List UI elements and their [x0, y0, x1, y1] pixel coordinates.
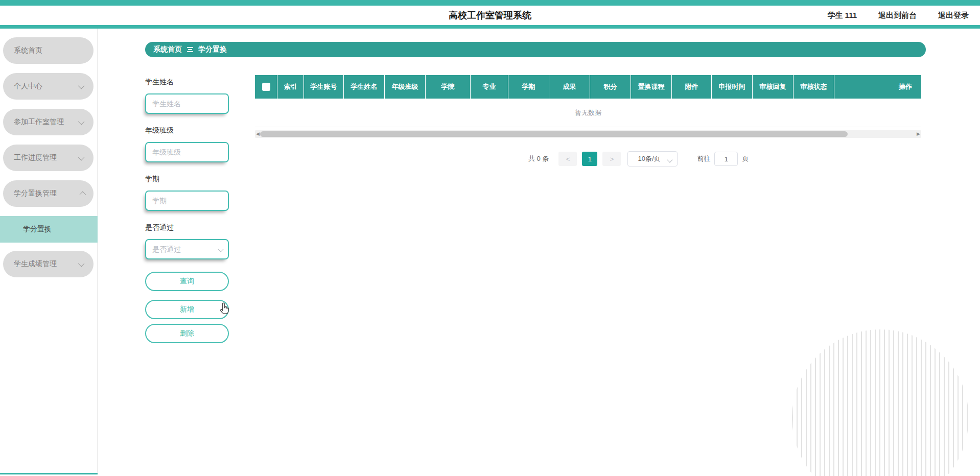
col-grade-class[interactable]: 年级班级	[385, 75, 426, 99]
chevron-down-icon	[667, 157, 673, 162]
sidebar-item-credit-exchange-mgmt[interactable]: 学分置换管理	[3, 180, 94, 207]
goto-page-group: 前往 页	[697, 152, 749, 166]
grade-class-input[interactable]	[145, 142, 229, 162]
filter-label: 是否通过	[145, 223, 229, 232]
sidebar: 系统首页 个人中心 参加工作室管理 工作进度管理 学分置换管理 学分置换 学生成…	[0, 29, 98, 474]
col-review-status[interactable]: 审核状态	[794, 75, 834, 99]
filter-label: 学期	[145, 175, 229, 184]
logout-link[interactable]: 退出登录	[938, 11, 969, 20]
page-1-button[interactable]: 1	[582, 152, 597, 166]
sidebar-item-label: 学分置换管理	[14, 189, 57, 198]
scrollbar-thumb[interactable]	[260, 131, 848, 137]
top-accent-strip	[0, 0, 980, 6]
main-content: 系统首页 学分置换 学生姓名 年级班级 学期 是否通过	[98, 29, 980, 476]
sidebar-subitem-label: 学分置换	[23, 225, 52, 234]
sidebar-subitem-credit-exchange[interactable]: 学分置换	[0, 216, 98, 243]
col-student-name[interactable]: 学生姓名	[344, 75, 385, 99]
select-all-checkbox[interactable]	[262, 83, 270, 91]
sidebar-item-label: 个人中心	[14, 82, 42, 91]
col-review-reply[interactable]: 审核回复	[753, 75, 794, 99]
next-page-button[interactable]: >	[602, 152, 621, 166]
sidebar-item-home[interactable]: 系统首页	[3, 37, 94, 64]
filter-semester: 学期	[145, 175, 229, 211]
sidebar-item-personal-center[interactable]: 个人中心	[3, 73, 94, 100]
col-major[interactable]: 专业	[471, 75, 508, 99]
table-header-row: 索引 学生账号 学生姓名 年级班级 学院 专业 学期 成果 积分 置换课程 附件…	[255, 75, 921, 99]
sidebar-bottom-accent	[0, 473, 98, 474]
col-semester[interactable]: 学期	[508, 75, 549, 99]
scroll-right-icon[interactable]: ▶	[917, 132, 920, 136]
menu-lines-icon	[187, 47, 193, 52]
col-achievement[interactable]: 成果	[549, 75, 590, 99]
col-actions[interactable]: 操作	[834, 75, 921, 99]
scroll-left-icon[interactable]: ◀	[256, 132, 260, 136]
student-name-input[interactable]	[145, 93, 229, 114]
chevron-down-icon	[78, 260, 85, 267]
sidebar-item-label: 系统首页	[14, 46, 42, 55]
breadcrumb: 系统首页 学分置换	[145, 42, 926, 57]
prev-page-button[interactable]: <	[558, 152, 577, 166]
header-right-nav: 学生 111 退出到前台 退出登录	[827, 6, 969, 25]
col-exchange-course[interactable]: 置换课程	[631, 75, 672, 99]
header-checkbox-cell	[255, 75, 277, 99]
filter-label: 年级班级	[145, 126, 229, 135]
decorative-stripes	[792, 329, 969, 476]
filter-label: 学生姓名	[145, 78, 229, 87]
col-student-id[interactable]: 学生账号	[304, 75, 344, 99]
sidebar-item-label: 学生成绩管理	[14, 259, 57, 269]
sidebar-item-work-progress[interactable]: 工作进度管理	[3, 145, 94, 171]
exit-to-front-link[interactable]: 退出到前台	[878, 11, 917, 20]
sidebar-item-workshop-join[interactable]: 参加工作室管理	[3, 109, 94, 135]
pagination-total: 共 0 条	[528, 154, 549, 163]
chevron-down-icon	[78, 82, 85, 89]
col-index[interactable]: 索引	[277, 75, 304, 99]
pass-status-select[interactable]	[145, 239, 229, 259]
pagination: 共 0 条 < 1 > 10条/页 前往 页	[528, 151, 749, 166]
col-college[interactable]: 学院	[426, 75, 471, 99]
filter-grade-class: 年级班级	[145, 126, 229, 162]
page-size-select[interactable]: 10条/页	[627, 151, 678, 166]
sidebar-item-label: 工作进度管理	[14, 153, 57, 162]
sidebar-item-label: 参加工作室管理	[14, 117, 64, 127]
col-apply-time[interactable]: 申报时间	[712, 75, 753, 99]
chevron-down-icon	[78, 118, 85, 125]
horizontal-scrollbar[interactable]: ◀ ▶	[255, 130, 921, 138]
goto-page-input[interactable]	[714, 152, 738, 166]
semester-input[interactable]	[145, 191, 229, 211]
breadcrumb-home[interactable]: 系统首页	[153, 45, 182, 54]
col-attachment[interactable]: 附件	[672, 75, 712, 99]
current-user-label: 学生 111	[827, 11, 857, 20]
sidebar-item-student-grades[interactable]: 学生成绩管理	[3, 251, 94, 277]
header-accent-strip	[0, 25, 980, 29]
col-points[interactable]: 积分	[590, 75, 631, 99]
page-size-value: 10条/页	[638, 154, 660, 163]
data-table: 索引 学生账号 学生姓名 年级班级 学院 专业 学期 成果 积分 置换课程 附件…	[255, 75, 921, 138]
filter-panel: 学生姓名 年级班级 学期 是否通过 查询 新增 删除	[145, 78, 229, 343]
goto-suffix: 页	[742, 154, 749, 163]
page-title: 高校工作室管理系统	[449, 9, 531, 21]
chevron-down-icon	[78, 154, 85, 160]
search-button[interactable]: 查询	[145, 272, 229, 291]
goto-prefix: 前往	[697, 154, 710, 163]
filter-pass-status: 是否通过	[145, 223, 229, 259]
app-header: 高校工作室管理系统 学生 111 退出到前台 退出登录	[0, 6, 980, 25]
delete-button[interactable]: 删除	[145, 324, 229, 343]
empty-text: 暂无数据	[575, 108, 601, 117]
breadcrumb-current: 学分置换	[198, 45, 227, 54]
filter-student-name: 学生姓名	[145, 78, 229, 114]
add-button[interactable]: 新增	[145, 300, 229, 319]
table-empty-state: 暂无数据	[255, 99, 921, 127]
chevron-up-icon	[80, 191, 86, 198]
